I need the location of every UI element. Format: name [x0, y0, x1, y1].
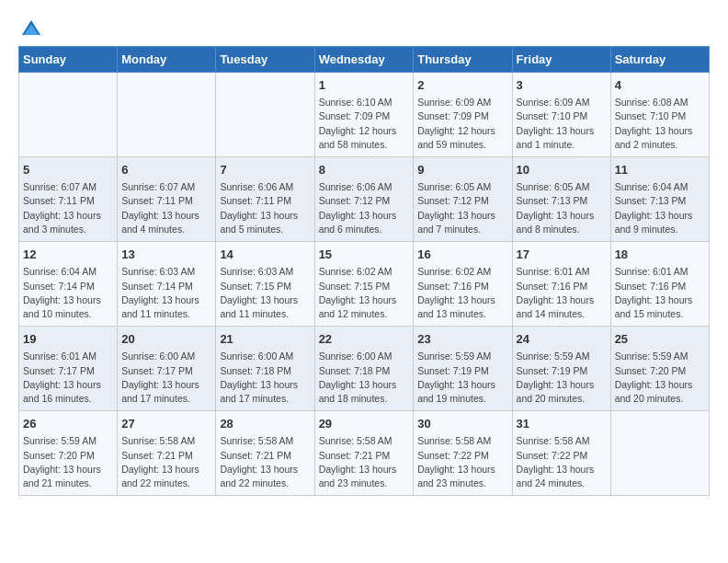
logo: [18, 18, 42, 37]
day-info: Sunrise: 6:07 AM Sunset: 7:11 PM Dayligh…: [23, 180, 113, 236]
calendar-cell: [216, 73, 314, 157]
calendar-cell: 2Sunrise: 6:09 AM Sunset: 7:09 PM Daylig…: [414, 73, 512, 157]
day-info: Sunrise: 5:58 AM Sunset: 7:21 PM Dayligh…: [220, 434, 310, 490]
calendar-cell: 4Sunrise: 6:08 AM Sunset: 7:10 PM Daylig…: [610, 73, 709, 157]
day-info: Sunrise: 5:59 AM Sunset: 7:20 PM Dayligh…: [23, 434, 113, 490]
day-number: 25: [615, 331, 705, 348]
calendar-cell: 11Sunrise: 6:04 AM Sunset: 7:13 PM Dayli…: [610, 157, 709, 242]
day-info: Sunrise: 6:00 AM Sunset: 7:17 PM Dayligh…: [121, 350, 211, 406]
calendar-cell: 18Sunrise: 6:01 AM Sunset: 7:16 PM Dayli…: [610, 242, 709, 327]
day-info: Sunrise: 6:01 AM Sunset: 7:16 PM Dayligh…: [517, 265, 607, 321]
calendar-header-row: SundayMondayTuesdayWednesdayThursdayFrid…: [19, 47, 710, 73]
calendar-cell: 16Sunrise: 6:02 AM Sunset: 7:16 PM Dayli…: [414, 242, 512, 327]
calendar-cell: [118, 73, 216, 157]
calendar-header-monday: Monday: [118, 47, 216, 73]
calendar-cell: 21Sunrise: 6:00 AM Sunset: 7:18 PM Dayli…: [216, 327, 314, 411]
day-info: Sunrise: 6:04 AM Sunset: 7:14 PM Dayligh…: [23, 265, 113, 321]
calendar-header-wednesday: Wednesday: [314, 47, 414, 73]
logo-icon: [20, 18, 42, 40]
day-number: 11: [615, 162, 705, 178]
day-info: Sunrise: 6:05 AM Sunset: 7:13 PM Dayligh…: [517, 180, 607, 236]
day-number: 16: [417, 247, 507, 263]
day-number: 30: [417, 416, 507, 432]
calendar-cell: 9Sunrise: 6:05 AM Sunset: 7:12 PM Daylig…: [414, 157, 512, 242]
day-info: Sunrise: 5:59 AM Sunset: 7:20 PM Dayligh…: [615, 350, 705, 406]
day-info: Sunrise: 5:59 AM Sunset: 7:19 PM Dayligh…: [517, 350, 607, 406]
calendar-cell: 7Sunrise: 6:06 AM Sunset: 7:11 PM Daylig…: [216, 157, 314, 242]
day-number: 18: [615, 247, 705, 263]
calendar-cell: 17Sunrise: 6:01 AM Sunset: 7:16 PM Dayli…: [512, 242, 610, 327]
day-info: Sunrise: 6:00 AM Sunset: 7:18 PM Dayligh…: [319, 350, 410, 406]
day-info: Sunrise: 5:58 AM Sunset: 7:22 PM Dayligh…: [517, 434, 607, 490]
day-number: 10: [517, 162, 607, 178]
day-number: 1: [319, 77, 410, 94]
calendar-header-thursday: Thursday: [414, 47, 512, 73]
day-info: Sunrise: 6:01 AM Sunset: 7:16 PM Dayligh…: [615, 265, 705, 321]
day-number: 7: [220, 162, 310, 178]
day-number: 3: [517, 77, 607, 94]
day-number: 19: [23, 331, 113, 348]
day-info: Sunrise: 6:03 AM Sunset: 7:14 PM Dayligh…: [121, 265, 211, 321]
calendar-header-tuesday: Tuesday: [216, 47, 314, 73]
calendar-cell: 10Sunrise: 6:05 AM Sunset: 7:13 PM Dayli…: [512, 157, 610, 242]
day-number: 2: [417, 77, 507, 94]
day-number: 17: [517, 247, 607, 263]
day-info: Sunrise: 6:03 AM Sunset: 7:15 PM Dayligh…: [220, 265, 310, 321]
day-info: Sunrise: 6:02 AM Sunset: 7:15 PM Dayligh…: [319, 265, 410, 321]
calendar-header-saturday: Saturday: [610, 47, 709, 73]
calendar-cell: 22Sunrise: 6:00 AM Sunset: 7:18 PM Dayli…: [314, 327, 414, 411]
day-number: 14: [220, 247, 310, 263]
day-info: Sunrise: 6:08 AM Sunset: 7:10 PM Dayligh…: [615, 96, 705, 152]
day-number: 13: [121, 247, 211, 263]
calendar-week-row: 1Sunrise: 6:10 AM Sunset: 7:09 PM Daylig…: [19, 73, 710, 157]
calendar-week-row: 19Sunrise: 6:01 AM Sunset: 7:17 PM Dayli…: [19, 327, 710, 411]
day-number: 31: [517, 416, 607, 432]
calendar-cell: [19, 73, 118, 157]
day-info: Sunrise: 6:06 AM Sunset: 7:11 PM Dayligh…: [220, 180, 310, 236]
day-info: Sunrise: 5:59 AM Sunset: 7:19 PM Dayligh…: [417, 350, 507, 406]
calendar-cell: 25Sunrise: 5:59 AM Sunset: 7:20 PM Dayli…: [610, 327, 709, 411]
calendar-cell: 26Sunrise: 5:59 AM Sunset: 7:20 PM Dayli…: [19, 411, 118, 496]
calendar-cell: 12Sunrise: 6:04 AM Sunset: 7:14 PM Dayli…: [19, 242, 118, 327]
calendar-week-row: 12Sunrise: 6:04 AM Sunset: 7:14 PM Dayli…: [19, 242, 710, 327]
day-info: Sunrise: 5:58 AM Sunset: 7:21 PM Dayligh…: [121, 434, 211, 490]
calendar-week-row: 5Sunrise: 6:07 AM Sunset: 7:11 PM Daylig…: [19, 157, 710, 242]
calendar-cell: 5Sunrise: 6:07 AM Sunset: 7:11 PM Daylig…: [19, 157, 118, 242]
calendar-cell: 30Sunrise: 5:58 AM Sunset: 7:22 PM Dayli…: [414, 411, 512, 496]
day-info: Sunrise: 6:05 AM Sunset: 7:12 PM Dayligh…: [417, 180, 507, 236]
calendar-cell: 28Sunrise: 5:58 AM Sunset: 7:21 PM Dayli…: [216, 411, 314, 496]
calendar-cell: 19Sunrise: 6:01 AM Sunset: 7:17 PM Dayli…: [19, 327, 118, 411]
calendar-cell: 15Sunrise: 6:02 AM Sunset: 7:15 PM Dayli…: [314, 242, 414, 327]
day-info: Sunrise: 6:10 AM Sunset: 7:09 PM Dayligh…: [319, 96, 410, 152]
day-number: 20: [121, 331, 211, 348]
calendar-cell: 13Sunrise: 6:03 AM Sunset: 7:14 PM Dayli…: [118, 242, 216, 327]
calendar-cell: 24Sunrise: 5:59 AM Sunset: 7:19 PM Dayli…: [512, 327, 610, 411]
day-info: Sunrise: 6:09 AM Sunset: 7:10 PM Dayligh…: [517, 96, 607, 152]
day-number: 4: [615, 77, 705, 94]
calendar-header-friday: Friday: [512, 47, 610, 73]
day-number: 9: [417, 162, 507, 178]
day-number: 24: [517, 331, 607, 348]
calendar-cell: 23Sunrise: 5:59 AM Sunset: 7:19 PM Dayli…: [414, 327, 512, 411]
day-info: Sunrise: 6:04 AM Sunset: 7:13 PM Dayligh…: [615, 180, 705, 236]
day-info: Sunrise: 6:00 AM Sunset: 7:18 PM Dayligh…: [220, 350, 310, 406]
day-number: 21: [220, 331, 310, 348]
calendar-week-row: 26Sunrise: 5:59 AM Sunset: 7:20 PM Dayli…: [19, 411, 710, 496]
day-number: 23: [417, 331, 507, 348]
calendar-cell: 1Sunrise: 6:10 AM Sunset: 7:09 PM Daylig…: [314, 73, 414, 157]
day-number: 8: [319, 162, 410, 178]
day-info: Sunrise: 6:06 AM Sunset: 7:12 PM Dayligh…: [319, 180, 410, 236]
day-number: 15: [319, 247, 410, 263]
day-info: Sunrise: 6:02 AM Sunset: 7:16 PM Dayligh…: [417, 265, 507, 321]
calendar-header-sunday: Sunday: [19, 47, 118, 73]
calendar-cell: 3Sunrise: 6:09 AM Sunset: 7:10 PM Daylig…: [512, 73, 610, 157]
day-number: 27: [121, 416, 211, 432]
day-number: 26: [23, 416, 113, 432]
calendar-table: SundayMondayTuesdayWednesdayThursdayFrid…: [18, 46, 710, 496]
day-number: 6: [121, 162, 211, 178]
calendar-cell: [610, 411, 709, 496]
day-number: 29: [319, 416, 410, 432]
day-info: Sunrise: 6:07 AM Sunset: 7:11 PM Dayligh…: [121, 180, 211, 236]
day-number: 28: [220, 416, 310, 432]
day-info: Sunrise: 6:09 AM Sunset: 7:09 PM Dayligh…: [417, 96, 507, 152]
